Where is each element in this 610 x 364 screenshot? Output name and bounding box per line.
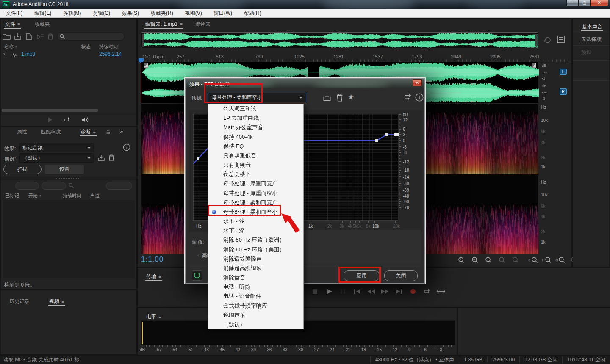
panel-menu-icon[interactable]: ≡ (17, 22, 20, 27)
panel-overflow-icon[interactable]: » (116, 127, 128, 137)
panel-menu-icon[interactable]: ≡ (61, 299, 64, 304)
preset-menu-item[interactable]: 电话 - 语音邮件 (208, 292, 303, 301)
tab-mixer[interactable]: 混音器 (191, 19, 215, 29)
preset-menu-item[interactable]: 母带处理 - 厚重而宽广 (208, 179, 303, 188)
rewind-button[interactable] (366, 288, 376, 295)
batch-icon[interactable] (36, 33, 44, 40)
skip-selection-button[interactable] (436, 288, 446, 295)
channel-left-badge[interactable]: L (560, 69, 567, 75)
tab-diagnostics[interactable]: 诊断 ≡ (76, 127, 100, 137)
preset-menu-item[interactable]: 保持 EQ (208, 142, 303, 151)
menu-item[interactable]: 多轨(M) (57, 10, 87, 17)
menu-item[interactable]: 帮助(H) (238, 10, 267, 17)
zoom-tool-icon[interactable]: ‹› (555, 256, 566, 264)
go-to-start-button[interactable] (352, 288, 362, 295)
autoplay-speaker-icon[interactable] (82, 117, 89, 123)
preset-menu-item[interactable]: Matt 办公室声音 (208, 123, 303, 132)
dialog-close-icon[interactable]: ✕ (413, 79, 422, 86)
menu-item[interactable]: 视图(V) (179, 10, 208, 17)
zoom-tool-icon[interactable]: − (470, 256, 481, 264)
file-row[interactable]: › 1.mp3 2596:2.14 (1, 51, 136, 59)
zoom-tool-icon[interactable]: + (484, 256, 495, 264)
zoom-tool-icon[interactable] (497, 256, 508, 264)
preset-menu-item[interactable]: 消除 50 Hz 环路（欧洲） (208, 235, 303, 245)
tab-properties[interactable]: 属性 (13, 127, 31, 137)
preset-menu-item[interactable]: 消除齿音 (208, 273, 303, 282)
settings-button[interactable]: 设置 (45, 165, 84, 174)
preset-menu-item[interactable]: 盒式磁带频率响应 (208, 301, 303, 311)
go-to-end-button[interactable] (394, 288, 404, 295)
preset-menu-item[interactable]: 消除超高频谐波 (208, 264, 303, 273)
preset-menu-item[interactable]: 只有高频音 (208, 160, 303, 170)
pause-button[interactable] (338, 288, 348, 295)
fast-forward-button[interactable] (380, 288, 390, 295)
timeline-ruler[interactable]: 120.0 bpm 257513769102512811537179320492… (138, 53, 571, 62)
maximize-button[interactable]: ▢ (579, 0, 590, 6)
preview-play-icon[interactable] (48, 117, 52, 122)
play-button[interactable] (324, 288, 334, 295)
fix-all-button-disabled[interactable] (42, 182, 66, 190)
tab-favorites[interactable]: 收藏夹 (30, 19, 54, 29)
delete-all-button-disabled[interactable] (106, 182, 132, 190)
tab-essential-sound[interactable]: 基本声音 (578, 22, 607, 32)
splitter[interactable] (1, 177, 136, 180)
zoom-tool-icon[interactable]: ‹ (528, 256, 539, 264)
fade-out-handle[interactable] (532, 63, 536, 68)
preset-menu-item[interactable]: 电话 - 听筒 (208, 282, 303, 292)
preset-menu-item[interactable]: 说唱声乐 (208, 311, 303, 320)
preset-menu-item[interactable]: LP 去加重曲线 (208, 113, 303, 123)
close-button[interactable]: ✕ (590, 0, 608, 6)
col-channel[interactable]: 声道 (90, 193, 100, 199)
col-start[interactable]: 开始 ↑ (28, 193, 42, 199)
file-name[interactable]: 1.mp3 (21, 51, 35, 57)
search-icon[interactable] (69, 183, 74, 188)
open-folder-icon[interactable] (3, 33, 11, 40)
scan-button[interactable]: 扫描 (3, 165, 42, 174)
effect-combo[interactable]: 标记音频 (19, 143, 94, 152)
save-preset-icon[interactable] (97, 154, 105, 161)
zoom-tool-icon[interactable] (511, 256, 522, 264)
col-duration[interactable]: 持续时间 (99, 44, 118, 50)
minimize-button[interactable]: — (566, 0, 579, 6)
col-name[interactable]: 名称 ↑ (4, 44, 17, 50)
preset-menu-item[interactable]: （默认） (208, 320, 303, 329)
import-icon[interactable] (14, 33, 22, 40)
trash-icon[interactable] (47, 33, 53, 40)
preset-combo[interactable]: （默认） (19, 153, 94, 163)
menu-item[interactable]: 窗口(W) (208, 10, 238, 17)
panel-menu-icon[interactable]: ≡ (180, 22, 182, 27)
horizontal-scrollbar[interactable] (2, 109, 98, 112)
preset-menu-item[interactable]: 消除话筒隆隆声 (208, 254, 303, 264)
menu-item[interactable]: 剪辑(C) (87, 10, 116, 17)
loop-view-icon[interactable] (543, 35, 552, 44)
search-input[interactable] (57, 32, 125, 41)
col-status[interactable]: 状态 (81, 44, 91, 50)
fade-in-handle[interactable] (144, 63, 148, 68)
stop-button[interactable] (311, 288, 320, 295)
preset-menu-item[interactable]: 消除 60 Hz 环路（美国） (208, 245, 303, 254)
channel-right-badge[interactable]: R (560, 88, 567, 95)
overview-left-handle[interactable] (142, 34, 144, 47)
tab-editor[interactable]: 编辑器: 1.mp3 ≡ (141, 19, 187, 29)
record-button[interactable] (408, 288, 418, 295)
menu-item[interactable]: 收藏夹(R) (145, 10, 179, 17)
delete-preset-icon[interactable] (108, 154, 114, 161)
fix-button-disabled[interactable] (15, 182, 39, 190)
overview-strip[interactable] (141, 32, 538, 48)
menu-item[interactable]: 文件(F) (0, 10, 28, 17)
tab-clipped[interactable]: 音轨 (102, 127, 116, 137)
preset-menu-item[interactable]: 只有超重低音 (208, 151, 303, 160)
panel-menu-icon[interactable]: ≡ (158, 314, 161, 319)
time-display[interactable]: 1:1.00 (141, 255, 164, 264)
loop-playback-button[interactable] (422, 288, 432, 295)
expander-icon[interactable]: › (3, 51, 5, 57)
tab-history[interactable]: 历史记录 (5, 296, 34, 306)
preset-menu-item[interactable]: 保持 400-4k (208, 132, 303, 142)
zoom-tool-icon[interactable]: › (541, 256, 552, 264)
menu-item[interactable]: 效果(S) (116, 10, 145, 17)
col-marked[interactable]: 已标记 (5, 193, 19, 199)
loop-play-icon[interactable] (63, 117, 71, 123)
info-icon[interactable]: i (123, 143, 130, 151)
tab-video[interactable]: 视频 ≡ (45, 296, 69, 306)
panel-menu-icon[interactable]: ≡ (93, 129, 95, 134)
